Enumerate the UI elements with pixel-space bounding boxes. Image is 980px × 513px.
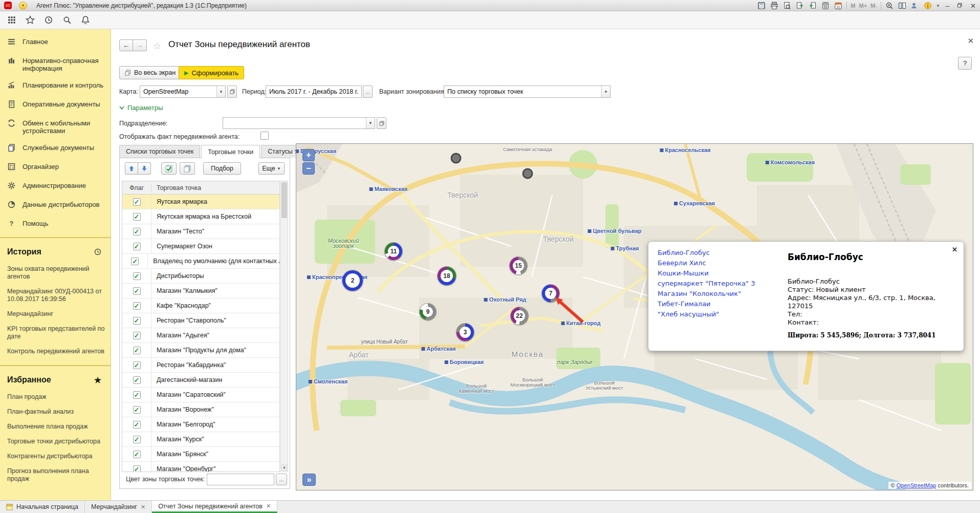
sidebar-item-1[interactable]: Главное	[0, 33, 111, 52]
memory-button[interactable]: M-	[870, 3, 877, 9]
table-row[interactable]: ✓Магазин "Брянск"	[122, 447, 279, 462]
popup-link[interactable]: супермаркет "Пятерочка" 3	[658, 279, 786, 289]
send-data-button[interactable]	[795, 1, 804, 10]
calculator-button[interactable]	[821, 1, 830, 10]
scrollbar-thumb[interactable]	[281, 182, 287, 218]
sidebar-item-10[interactable]: ?Помощь	[0, 215, 111, 234]
table-row[interactable]: ✓Дагестанский-магазин	[122, 373, 279, 388]
zone-color-field[interactable]	[207, 474, 274, 485]
sidebar-item-3[interactable]: Планирование и контроль	[0, 77, 111, 96]
row-checkbox[interactable]: ✓	[133, 436, 141, 443]
favorite-item[interactable]: Прогноз выполнения плана продаж	[7, 464, 105, 486]
history-item[interactable]: Мерчандайзинг 00УД-000413 от 10.08.2017 …	[7, 284, 105, 307]
table-row[interactable]: ✓Магазин "Курск"	[122, 432, 279, 447]
favorite-item[interactable]: План продаж	[7, 390, 105, 404]
map-cluster-marker[interactable]: 9	[420, 304, 436, 320]
map-open-button[interactable]	[227, 86, 237, 98]
table-row[interactable]: ✓Супермаркет Озон	[122, 239, 279, 254]
receive-data-button[interactable]	[808, 1, 817, 10]
parameters-toggle[interactable]: Параметры	[119, 104, 163, 112]
popup-link[interactable]: Библио-Глобус	[658, 248, 786, 258]
period-choose-button[interactable]: ...	[363, 86, 373, 98]
popup-link[interactable]: Беверли Хилс	[658, 258, 786, 268]
generate-button[interactable]: ▶ Сформировать	[179, 66, 244, 79]
table-row[interactable]: ✓Магазин "Белгород"	[122, 417, 279, 432]
favorite-item[interactable]: Контрагенты дистрибьютора	[7, 449, 105, 464]
form-close-icon[interactable]: ✕	[967, 36, 974, 46]
history-item[interactable]: Контроль передвижений агентов	[7, 344, 105, 359]
department-open-button[interactable]	[377, 117, 386, 129]
table-row[interactable]: ✓Владелец по умолчанию (для контактных л…	[122, 254, 279, 269]
map-point-marker[interactable]	[522, 168, 533, 179]
zoom-out-button[interactable]: −	[302, 162, 315, 175]
back-button[interactable]: ←	[119, 39, 133, 51]
row-checkbox[interactable]: ✓	[133, 228, 141, 236]
system-menu-button[interactable]: ▼	[19, 2, 27, 10]
print-button[interactable]	[770, 1, 779, 10]
table-row[interactable]: ✓Кафе "Краснодар"	[122, 298, 279, 313]
sidebar-item-6[interactable]: Служебные документы	[0, 139, 111, 158]
scrollbar-down-arrow[interactable]: ▼	[281, 464, 288, 471]
table-row[interactable]: ✓Магазин "Воронеж"	[122, 402, 279, 417]
help-button[interactable]: ?	[958, 57, 972, 70]
tab-merchandising[interactable]: Мерчандайзинг✕	[85, 501, 152, 513]
tab-trade-point-lists[interactable]: Списки торговых точек	[119, 145, 200, 158]
row-checkbox[interactable]: ✓	[133, 361, 141, 369]
fullscreen-button[interactable]: Во весь экран	[119, 66, 181, 79]
table-scrollbar[interactable]: ▼	[280, 181, 288, 472]
table-row[interactable]: ✓Ресторан "Ставрополь"	[122, 313, 279, 328]
history-item[interactable]: Зоны охвата передвижений агентов	[7, 262, 105, 284]
move-down-button[interactable]	[138, 162, 151, 175]
row-checkbox[interactable]: ✓	[133, 302, 141, 310]
chevron-down-icon[interactable]: ▼	[216, 86, 225, 97]
map-point-marker[interactable]	[451, 153, 462, 164]
sidebar-item-8[interactable]: Администрирование	[0, 177, 111, 196]
popup-link[interactable]: Кошки-Мышки	[658, 268, 786, 279]
tab-trade-points[interactable]: Торговые точки	[201, 145, 260, 158]
favorite-item[interactable]: Торговые точки дистрибьютора	[7, 434, 105, 449]
map-cluster-marker[interactable]: 22	[511, 307, 528, 325]
openstreetmap-link[interactable]: OpenStreetMap	[897, 482, 937, 488]
row-checkbox[interactable]: ✓	[133, 272, 141, 280]
history-item[interactable]: KPI торговых представителей по дате	[7, 322, 105, 344]
restore-button[interactable]	[955, 2, 965, 10]
favorite-item[interactable]: План-фактный анализ	[7, 404, 105, 419]
row-checkbox[interactable]: ✓	[131, 258, 139, 265]
pick-button[interactable]: Подбор	[203, 162, 241, 175]
table-row[interactable]: ✓Дистрибьюторы	[122, 269, 279, 284]
table-row[interactable]: ✓Ресторан "Кабардинка"	[122, 358, 279, 373]
sidebar-item-4[interactable]: Оперативные документы	[0, 96, 111, 115]
map-select[interactable]: OpenStreetMap▼	[140, 86, 226, 98]
map-cluster-marker[interactable]: 18	[438, 267, 456, 285]
map-cluster-marker[interactable]: 11	[385, 243, 402, 260]
period-input[interactable]: Июль 2017 г. - Декабрь 2018 г.	[266, 86, 362, 98]
favorites-button[interactable]	[25, 14, 36, 26]
favorite-item[interactable]: Выполнение плана продаж	[7, 419, 105, 434]
notifications-button[interactable]	[80, 14, 91, 26]
sidebar-item-9[interactable]: Данные дистрибьюторов	[0, 196, 111, 215]
row-checkbox[interactable]: ✓	[133, 391, 141, 399]
tab-report-zones[interactable]: Отчет Зоны передвижений агентов✕	[152, 501, 277, 513]
column-header-flag[interactable]: Флаг	[122, 184, 151, 191]
more-button[interactable]: Еще ▼	[258, 162, 285, 175]
zoom-button[interactable]	[885, 1, 894, 10]
row-checkbox[interactable]: ✓	[133, 243, 141, 250]
split-view-button[interactable]	[898, 1, 907, 10]
map-cluster-marker[interactable]: 3	[456, 324, 474, 341]
close-window-button[interactable]: ✕	[968, 2, 978, 10]
popup-link[interactable]: "Хлеб насущный"	[658, 309, 786, 319]
forward-button[interactable]: →	[133, 39, 147, 51]
row-checkbox[interactable]: ✓	[133, 421, 141, 429]
map-view[interactable]: БелорусскаяСамотечная эстакадаКрасносель…	[296, 143, 973, 490]
table-row[interactable]: ✓Магазин "Калмыкия"	[122, 284, 279, 298]
row-checkbox[interactable]: ✓	[133, 376, 141, 384]
row-checkbox[interactable]: ✓	[133, 406, 141, 414]
sidebar-item-7[interactable]: Органайзер	[0, 158, 111, 177]
row-checkbox[interactable]: ✓	[133, 332, 141, 339]
table-row[interactable]: ✓Магазин "Саратовский"	[122, 388, 279, 402]
favorite-star-icon[interactable]: ☆	[153, 40, 161, 52]
popup-link[interactable]: Магазин "Колокольчик"	[658, 289, 786, 299]
zone-color-choose-button[interactable]: ...	[276, 474, 287, 485]
memory-button[interactable]: M	[851, 3, 855, 9]
info-button[interactable]: i	[923, 1, 932, 10]
